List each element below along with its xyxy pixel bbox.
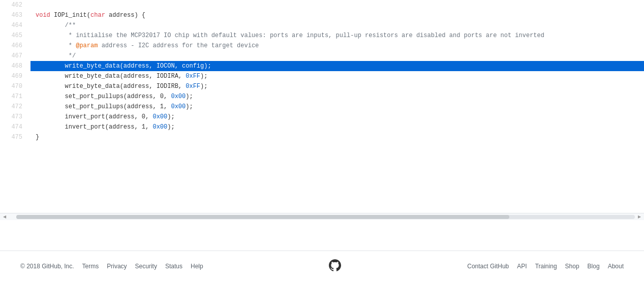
- github-logo-link[interactable]: [329, 259, 341, 273]
- hex-value: 0x00: [171, 93, 186, 100]
- line-number: 473: [0, 112, 30, 122]
- footer-center: [329, 259, 341, 273]
- line-number: 466: [0, 41, 30, 51]
- scrollbar-thumb[interactable]: [16, 215, 509, 219]
- footer-link-blog[interactable]: Blog: [588, 263, 600, 270]
- copyright-text: © 2018 GitHub, Inc.: [20, 263, 74, 270]
- code-line-464: 464 /**: [0, 20, 644, 30]
- horizontal-scrollbar[interactable]: ◀ ▶: [0, 213, 644, 220]
- keyword-char: char: [90, 12, 105, 19]
- scrollbar-track[interactable]: [16, 215, 635, 219]
- line-number: 462: [0, 0, 30, 10]
- code-line-468: 468 write_byte_data(address, IOCON, conf…: [0, 61, 644, 71]
- line-number: 468: [0, 61, 30, 71]
- scroll-right-arrow[interactable]: ▶: [636, 213, 643, 221]
- line-code: set_port_pullups(address, 1, 0x00);: [30, 102, 644, 112]
- code-line-470: 470 write_byte_data(address, IODIRB, 0xF…: [0, 81, 644, 91]
- line-code: }: [30, 132, 644, 142]
- footer-link-security[interactable]: Security: [135, 263, 157, 270]
- line-code: /**: [30, 20, 644, 30]
- code-line-472: 472 set_port_pullups(address, 1, 0x00);: [0, 102, 644, 112]
- footer-link-contact-github[interactable]: Contact GitHub: [467, 263, 509, 270]
- hex-value: 0x00: [152, 113, 167, 120]
- line-code: * @param address - I2C address for the t…: [30, 41, 644, 51]
- line-code: [30, 0, 644, 10]
- line-number: 467: [0, 51, 30, 61]
- line-code: invert_port(address, 0, 0x00);: [30, 112, 644, 122]
- footer-link-privacy[interactable]: Privacy: [107, 263, 127, 270]
- code-line-474: 474 invert_port(address, 1, 0x00);: [0, 122, 644, 132]
- line-code: invert_port(address, 1, 0x00);: [30, 122, 644, 132]
- line-code: */: [30, 51, 644, 61]
- code-line-463: 463 void IOPi_init(char address) {: [0, 10, 644, 20]
- line-number: 472: [0, 102, 30, 112]
- code-line-473: 473 invert_port(address, 0, 0x00);: [0, 112, 644, 122]
- keyword-void: void: [36, 12, 50, 19]
- line-code: * initialise the MCP32017 IO chip with d…: [30, 30, 644, 41]
- line-number: 470: [0, 81, 30, 91]
- footer-right: Contact GitHub API Training Shop Blog Ab…: [467, 263, 624, 270]
- line-number: 463: [0, 10, 30, 20]
- footer-link-about[interactable]: About: [608, 263, 624, 270]
- code-line-462: 462: [0, 0, 644, 10]
- footer-link-terms[interactable]: Terms: [82, 263, 99, 270]
- hex-value: 0x00: [152, 123, 167, 131]
- footer-link-api[interactable]: API: [517, 263, 527, 270]
- hex-value: 0xFF: [186, 73, 200, 80]
- scroll-left-arrow[interactable]: ◀: [1, 213, 8, 221]
- footer-link-training[interactable]: Training: [535, 263, 557, 270]
- line-code-highlighted: write_byte_data(address, IOCON, config);: [30, 61, 644, 71]
- line-number: 464: [0, 20, 30, 30]
- param-tag: @param: [76, 42, 98, 49]
- code-line-466: 466 * @param address - I2C address for t…: [0, 41, 644, 51]
- line-number: 471: [0, 91, 30, 102]
- line-number: 475: [0, 132, 30, 142]
- code-area: 462 463 void IOPi_init(char address) { 4…: [0, 0, 644, 213]
- selected-code: write_byte_data(address, IOCON, config);: [36, 63, 211, 70]
- code-line-467: 467 */: [0, 51, 644, 61]
- code-line-475: 475 }: [0, 132, 644, 142]
- footer-link-help[interactable]: Help: [191, 263, 203, 270]
- line-code: void IOPi_init(char address) {: [30, 10, 644, 20]
- line-code: set_port_pullups(address, 0, 0x00);: [30, 91, 644, 102]
- code-line-469: 469 write_byte_data(address, IODIRA, 0xF…: [0, 71, 644, 81]
- code-line-471: 471 set_port_pullups(address, 0, 0x00);: [0, 91, 644, 102]
- footer-left: © 2018 GitHub, Inc. Terms Privacy Securi…: [20, 263, 203, 270]
- page-footer: © 2018 GitHub, Inc. Terms Privacy Securi…: [0, 251, 644, 281]
- line-number: 474: [0, 122, 30, 132]
- code-table: 462 463 void IOPi_init(char address) { 4…: [0, 0, 644, 142]
- hex-value: 0xFF: [186, 83, 200, 90]
- footer-gap: [0, 220, 644, 251]
- line-code: write_byte_data(address, IODIRB, 0xFF);: [30, 81, 644, 91]
- github-logo-icon: [329, 259, 341, 271]
- hex-value: 0x00: [171, 103, 186, 110]
- code-line-465: 465 * initialise the MCP32017 IO chip wi…: [0, 30, 644, 41]
- line-number: 465: [0, 30, 30, 41]
- footer-link-status[interactable]: Status: [165, 263, 182, 270]
- line-code: write_byte_data(address, IODIRA, 0xFF);: [30, 71, 644, 81]
- footer-link-shop[interactable]: Shop: [565, 263, 579, 270]
- line-number: 469: [0, 71, 30, 81]
